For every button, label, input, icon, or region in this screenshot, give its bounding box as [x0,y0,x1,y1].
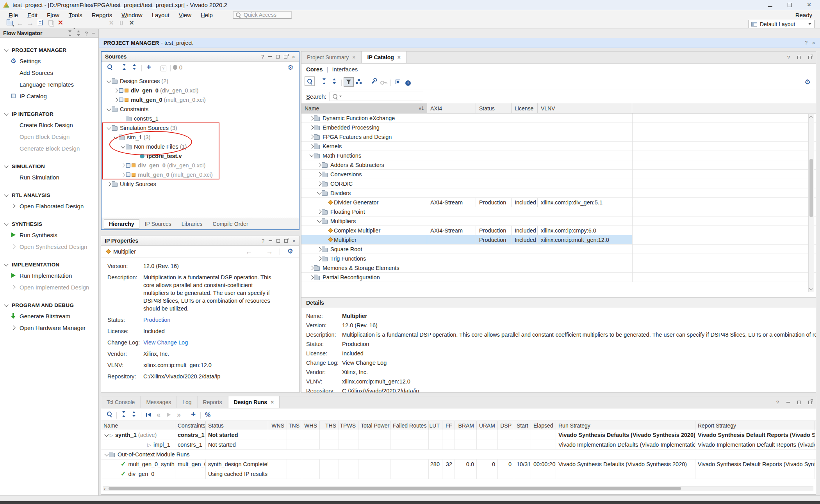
column-header-tns[interactable]: TNS [287,421,302,430]
flow-section-header[interactable]: PROGRAM AND DEBUG [0,300,98,310]
design-run-row[interactable]: Out-of-Context Module Runs [101,450,816,460]
tab-log[interactable]: Log [177,396,197,408]
collapse-button[interactable] [119,409,129,419]
menu-window[interactable]: Window [117,12,147,18]
sidebar-item-generate-bitstream[interactable]: Generate Bitstream [0,310,98,322]
sidebar-item-create-block-design[interactable]: Create Block Design [0,119,98,131]
column-header-start[interactable]: Start [514,421,531,430]
cancel-x-button[interactable] [127,18,137,27]
column-header-status[interactable]: Status [476,103,512,113]
horizontal-scrollbar[interactable]: ‹ [103,486,813,491]
search-button[interactable] [305,76,315,86]
tab-project-summary[interactable]: Project Summary× [301,51,362,63]
menu-help[interactable]: Help [196,12,217,18]
ghost-clip-button[interactable] [116,18,127,28]
design-run-row[interactable]: div_gen_0Using cached IP results [101,469,816,479]
ghost-x-button[interactable] [106,18,116,27]
column-header-ff[interactable]: FF [442,421,455,430]
menu-view[interactable]: View [174,12,196,18]
flow-section-header[interactable]: RTL ANALYSIS [0,190,98,200]
scroll-up-icon[interactable] [809,116,813,120]
catalog-row[interactable]: Complex MultiplierAXI4-StreamProductionI… [301,226,816,235]
scroll-left-icon[interactable]: ‹ [104,486,106,492]
scrollbar-thumb[interactable] [809,159,813,217]
sources-tree-row[interactable]: ipcore_test.v [102,151,299,161]
sources-tree-row[interactable]: div_gen_0 (div_gen_0.xci) [102,86,299,95]
help-button[interactable] [262,238,264,244]
chevron-right-icon[interactable] [113,89,119,92]
back-button[interactable] [244,247,254,256]
chevron-down-icon[interactable] [106,108,112,110]
close-icon[interactable]: × [398,54,401,60]
sidebar-item-add-sources[interactable]: Add Sources [0,67,98,78]
catalog-row[interactable]: Conversions [301,170,816,179]
sources-tree-row[interactable]: mult_gen_0 (mult_gen_0.xci) [102,170,299,179]
menu-layout[interactable]: Layout [147,12,174,18]
catalog-row[interactable]: Adders & Subtracters [301,160,816,170]
fplay-button[interactable] [164,410,174,419]
chevron-right-icon[interactable] [113,98,119,101]
menu-edit[interactable]: Edit [23,12,42,18]
minimize-button[interactable] [786,402,790,403]
sources-tree-row[interactable]: Constraints [102,105,299,114]
chevron-down-icon[interactable] [106,127,112,129]
help-button[interactable] [787,55,790,60]
catalog-row[interactable]: Kernels [301,142,816,151]
menu-reports[interactable]: Reports [87,12,117,18]
tab-design-runs[interactable]: Design Runs× [228,396,280,408]
layout-selector[interactable]: Default Layout [748,20,815,28]
column-header-whs[interactable]: WHS [302,421,320,430]
tab-reports[interactable]: Reports [198,396,228,408]
help-button[interactable] [805,40,808,46]
flow-section-header[interactable]: SYNTHESIS [0,219,98,229]
sources-tree-row[interactable]: Design Sources (2) [102,76,299,86]
column-header-tpws[interactable]: TPWS [339,421,358,430]
column-header-elapsed[interactable]: Elapsed [531,421,556,430]
catalog-row[interactable]: Divider GeneratorAXI4-StreamProductionIn… [301,198,816,207]
percent-button[interactable] [203,410,213,420]
catalog-row[interactable]: Math Functions [301,151,816,160]
expand-button[interactable] [129,62,139,72]
column-header-failed[interactable]: Failed Routes [390,421,429,430]
ip-properties-settings-button[interactable] [285,247,295,256]
maximize-button[interactable] [797,56,801,59]
badge-button[interactable]: 0 [173,63,183,72]
sidebar-item-run-implementation[interactable]: Run Implementation [0,270,98,281]
expand-icon[interactable] [76,30,81,36]
minimize-icon[interactable] [92,33,95,34]
sidebar-item-language-templates[interactable]: Language Templates [0,78,98,90]
sources-tree-row[interactable]: Simulation Sources (3) [102,123,299,133]
column-header-dsp[interactable]: DSP [498,421,514,430]
rewind-button[interactable] [153,410,164,419]
tab-cores[interactable]: Cores [306,66,323,73]
column-header-axi4[interactable]: AXI4 [427,103,476,113]
sidebar-item-run-synthesis[interactable]: Run Synthesis [0,229,98,241]
design-run-row[interactable]: synth_1 (active)constrs_1Not startedViva… [101,430,816,440]
chevron-down-icon[interactable] [106,80,112,82]
sources-tree-row[interactable]: Non-module Files (1) [102,142,299,151]
run-play-button[interactable] [66,21,76,30]
column-header-name[interactable]: Name [101,421,175,430]
copy-doc-button[interactable] [45,18,55,28]
wrench-button[interactable] [368,76,378,86]
help-button[interactable] [776,399,779,405]
close-button[interactable] [292,238,296,244]
catalog-row[interactable]: Square Root [301,245,816,254]
column-header-bram[interactable]: BRAM [455,421,477,430]
sidebar-item-open-elaborated-design[interactable]: Open Elaborated Design [0,200,98,212]
sources-tree-row[interactable]: constrs_1 [102,114,299,123]
ip-search-input[interactable] [330,92,423,101]
sigma-report-button[interactable] [96,21,106,30]
maximize-button[interactable] [276,239,280,243]
sources-tree-row[interactable]: Utility Sources [102,179,299,189]
catalog-row[interactable]: FPGA Features and Design [301,132,816,142]
chevron-right-icon[interactable] [106,183,112,186]
generate-bitstream-button[interactable] [76,21,86,30]
key-button[interactable] [378,78,389,87]
sources-tree-row[interactable]: div_gen_0 (div_gen_0.xci) [102,161,299,170]
sidebar-item-open-hardware-manager[interactable]: Open Hardware Manager [0,322,98,334]
hier-button[interactable] [354,77,364,86]
minimize-button[interactable] [765,2,775,8]
chevron-right-icon[interactable] [120,164,126,167]
menu-file[interactable]: File [4,12,23,18]
